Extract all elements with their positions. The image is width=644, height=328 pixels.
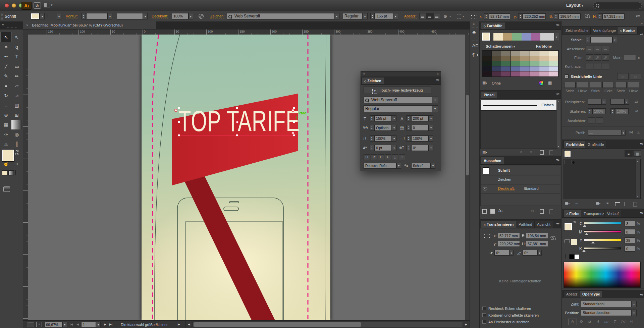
harmony-swatch[interactable] — [493, 33, 503, 41]
color-variation-swatch[interactable] — [520, 71, 530, 77]
symbol-sprayer-tool[interactable]: ♨ — [1, 139, 11, 149]
stroke-weight-field[interactable] — [590, 37, 612, 43]
font-size-field[interactable]: 155 pt — [375, 13, 393, 19]
align-center-button[interactable] — [426, 13, 433, 19]
arrowhead-start-arrow[interactable]: ▾ — [602, 99, 606, 105]
panel-rotation-stepper[interactable]: ▴▾ — [407, 145, 411, 151]
color-variation-swatch[interactable] — [482, 71, 492, 77]
stepper-down-icon[interactable]: ▾ — [372, 16, 373, 19]
fill-color-swatch[interactable] — [31, 13, 40, 19]
color-variation-swatch[interactable] — [501, 61, 511, 66]
grid-view-button[interactable]: ▦ — [633, 150, 641, 157]
gap-field[interactable] — [577, 82, 588, 88]
opentype-feature-button[interactable]: st — [586, 319, 594, 325]
stepper-down-icon[interactable]: ▾ — [83, 16, 84, 19]
gap-field[interactable] — [628, 82, 639, 88]
stroke-color-arrow[interactable]: ▾ — [57, 13, 61, 19]
checkbox[interactable] — [482, 320, 486, 324]
tab-farbfelder[interactable]: Farbfelder — [564, 141, 587, 148]
shear-angle-arrow[interactable]: ▾ — [537, 250, 542, 256]
shear-angle-field[interactable]: 0° — [523, 250, 537, 256]
stroke-weight-label[interactable]: Kontur: — [66, 14, 77, 18]
panel-menu-icon[interactable]: ▾≡ — [556, 158, 559, 162]
language-field[interactable]: Deutsch: Refo... — [364, 163, 396, 169]
none-mode-button[interactable] — [15, 170, 16, 175]
panel-menu-icon[interactable]: ▾≡ — [436, 78, 439, 82]
horizontal-scrollbar[interactable] — [193, 322, 463, 327]
panel-menu-icon[interactable]: ▾≡ — [640, 33, 643, 36]
first-artboard-icon[interactable]: |◀ — [70, 323, 73, 326]
height-stepper[interactable]: ▴▾ — [598, 13, 602, 19]
opentype-feature-button[interactable]: ½ — [628, 319, 636, 325]
tab-kontur[interactable]: ◇ Kontur — [617, 27, 638, 34]
stroke-weight-arrow[interactable]: ▾ — [108, 13, 112, 19]
x-stepper[interactable]: ▴▾ — [484, 13, 488, 19]
kontur-link[interactable]: Kontur: — [66, 14, 77, 18]
figure-arrow[interactable]: ▾ — [631, 301, 637, 307]
add-new-fill-icon[interactable] — [490, 209, 495, 214]
save-to-swatches-icon[interactable]: ▦ — [548, 80, 552, 85]
align-right-button[interactable] — [433, 13, 440, 19]
black-slider-thumb[interactable] — [582, 250, 586, 252]
workspace-menu-label[interactable]: Layout ▾ — [566, 3, 583, 8]
panel-leading-field[interactable]: 200 pt — [411, 115, 429, 121]
direct-selection-tool[interactable]: ↖ — [11, 32, 22, 42]
miter-join-button[interactable]: ▞ — [586, 54, 593, 61]
last-artboard-icon[interactable]: ▶| — [109, 323, 112, 326]
tab-verlauf[interactable]: Verlauf — [604, 210, 621, 217]
arrowhead-end-field[interactable] — [610, 99, 625, 105]
color-variation-swatch[interactable] — [511, 51, 521, 56]
zoom-level-field[interactable]: 66,67% — [44, 322, 62, 327]
antialias-field[interactable]: Scharf — [411, 163, 431, 169]
panel-menu-icon[interactable]: ▾≡ — [640, 142, 643, 146]
anchor-point-right-top[interactable] — [291, 109, 294, 112]
case-button[interactable]: TT — [364, 154, 370, 160]
y-stepper[interactable]: ▴▾ — [518, 13, 523, 19]
hscroll-right-icon[interactable]: ▶ — [465, 323, 467, 326]
panel-hscale-field[interactable]: 100% — [411, 135, 429, 142]
panel-vscale-arrow[interactable]: ▾ — [392, 135, 396, 142]
dock-grip[interactable] — [472, 26, 478, 28]
brush-libraries-icon[interactable]: ▦▾ — [482, 150, 487, 154]
line-segment-tool[interactable]: ╱ — [1, 61, 11, 71]
arrowhead-start-field[interactable] — [588, 99, 602, 105]
scroll-down-icon[interactable]: ▼ — [557, 146, 559, 148]
rectangle-tool[interactable]: ▭ — [11, 61, 22, 71]
scale-tool[interactable]: ⊿ — [11, 91, 22, 100]
registration-swatch[interactable] — [572, 160, 572, 164]
tab-transformieren[interactable]: ◇ Transformieren — [481, 221, 516, 228]
gap-field[interactable] — [602, 82, 614, 88]
scroll-up-icon[interactable]: ▲ — [637, 160, 639, 162]
dashed-line-checkbox[interactable]: – — [565, 74, 569, 78]
position-arrow[interactable]: ▾ — [631, 310, 637, 316]
panel-menu-icon[interactable]: ▾≡ — [556, 23, 559, 27]
stroke-weight-stepper[interactable]: ▴▾ — [586, 37, 590, 43]
selection-handle-se[interactable] — [293, 134, 295, 136]
panel-menu-icon[interactable]: ▾≡ — [640, 211, 643, 215]
panel-close-icon[interactable]: × — [363, 71, 365, 75]
transform-h-field[interactable]: 57,381 mm — [526, 241, 548, 247]
yellow-slider-thumb[interactable] — [591, 241, 595, 243]
panel-font-family-arrow[interactable]: ▾ — [432, 97, 438, 103]
black-color-button[interactable] — [569, 254, 574, 259]
none-swatch[interactable] — [565, 160, 565, 164]
horizontal-scrollbar-thumb[interactable] — [194, 322, 361, 327]
horizontal-ruler[interactable]: 15010050050100150200250300350400450 — [28, 30, 470, 35]
appearance-row-opacity[interactable]: Deckkraft: Standard — [481, 184, 560, 194]
color-mode-button[interactable] — [2, 170, 8, 175]
isolate-selection-arrow[interactable]: ▾ — [463, 15, 464, 18]
envelope-distort-icon[interactable]: ⊕ — [443, 14, 447, 19]
panel-font-style-field[interactable]: Regular — [364, 105, 432, 112]
document-tab[interactable]: × Beachflag_Mobilfunk.ai* bei 66,67 % (C… — [23, 21, 156, 29]
toolbar-collapse-icon[interactable]: « — [2, 22, 4, 27]
magenta-value-field[interactable]: 8 — [625, 229, 635, 235]
black-value-field[interactable]: 0 — [625, 246, 635, 252]
none-color-button[interactable] — [565, 254, 566, 259]
color-variation-swatch[interactable] — [520, 51, 530, 56]
brush-item-basic[interactable]: Einfach — [481, 100, 556, 111]
magic-wand-tool[interactable]: ✶ — [1, 42, 11, 52]
shades-arrow-icon[interactable]: ▾ — [514, 45, 515, 48]
color-variation-swatch[interactable] — [492, 71, 501, 77]
stroke-color-swatch[interactable] — [48, 13, 48, 18]
workspace-switcher-icon[interactable] — [44, 3, 50, 7]
